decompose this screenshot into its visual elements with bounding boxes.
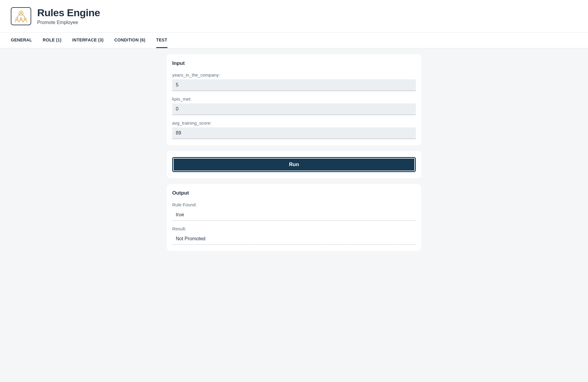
svg-point-1 [20, 13, 22, 14]
svg-line-11 [23, 15, 25, 17]
page-subtitle: Promote Employee [37, 20, 100, 25]
field-label-score: avg_training_score: [172, 120, 416, 126]
input-avg-training-score[interactable] [172, 127, 416, 139]
team-gear-icon [14, 10, 28, 23]
run-card: Run [167, 151, 421, 178]
output-card: Output Rule Found: true Result: Not Prom… [167, 184, 421, 251]
page-title: Rules Engine [37, 7, 100, 18]
svg-line-10 [17, 15, 19, 17]
output-label-result: Result: [172, 226, 416, 231]
field-label-kpis: kpis_met: [172, 96, 416, 102]
svg-point-14 [24, 18, 26, 20]
svg-line-8 [22, 11, 23, 12]
svg-line-6 [19, 11, 20, 12]
main-content: Input years_in_the_company: kpis_met: av… [162, 54, 426, 251]
svg-point-13 [20, 18, 22, 20]
output-title: Output [172, 190, 416, 196]
tab-interface[interactable]: INTERFACE (3) [72, 33, 104, 48]
output-value-result: Not Promoted [172, 234, 416, 245]
tab-bar: GENERAL ROLE (1) INTERFACE (3) CONDITION… [0, 33, 588, 48]
tab-test[interactable]: TEST [156, 33, 167, 48]
tab-general[interactable]: GENERAL [11, 33, 32, 48]
tab-condition[interactable]: CONDITION (6) [114, 33, 145, 48]
tab-role[interactable]: ROLE (1) [43, 33, 62, 48]
field-label-years: years_in_the_company: [172, 72, 416, 77]
field-years-in-company: years_in_the_company: [172, 72, 416, 91]
svg-point-12 [16, 18, 18, 20]
input-card: Input years_in_the_company: kpis_met: av… [167, 54, 421, 145]
input-kpis-met[interactable] [172, 103, 416, 115]
run-button[interactable]: Run [172, 157, 416, 172]
input-title: Input [172, 60, 416, 66]
field-kpis-met: kpis_met: [172, 96, 416, 115]
field-avg-training-score: avg_training_score: [172, 120, 416, 139]
input-years-in-company[interactable] [172, 79, 416, 91]
app-logo [11, 7, 31, 25]
page-header: Rules Engine Promote Employee [0, 0, 588, 33]
output-label-rule-found: Rule Found: [172, 202, 416, 207]
header-text-group: Rules Engine Promote Employee [37, 7, 100, 25]
output-value-rule-found: true [172, 210, 416, 221]
